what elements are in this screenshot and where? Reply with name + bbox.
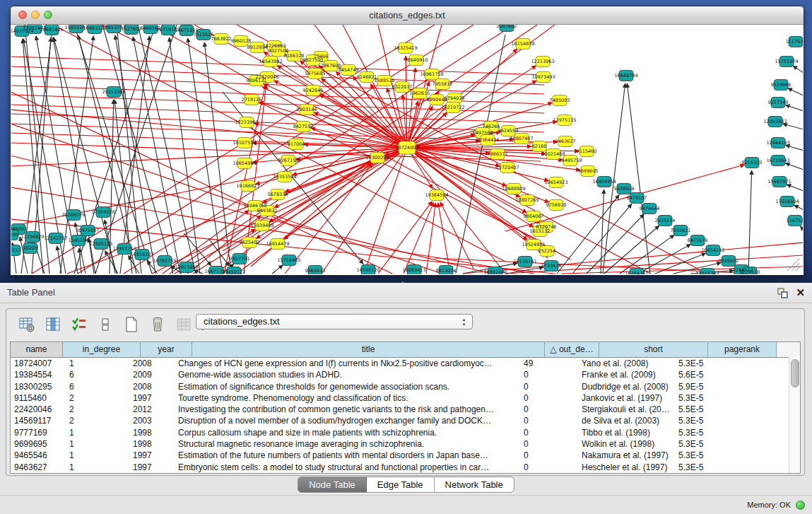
column-checklist-icon[interactable] [70,315,88,334]
table-mode-icon[interactable] [18,315,36,334]
table-cell: 1 [59,358,127,369]
column-header-name[interactable]: name [11,342,63,357]
network-node-label: 2935114 [655,218,676,223]
network-edge [426,203,436,274]
table-cell: 0 [521,392,572,404]
close-panel-icon[interactable]: ✕ [796,286,805,299]
tab-node-table[interactable]: Node Table [298,477,367,492]
table-row[interactable]: 977716911998Corpus callosum shape and si… [11,427,800,438]
network-edge [620,235,674,274]
panel-resize-grip-icon[interactable]: ⌃ [400,281,406,288]
table-row[interactable]: 946554611997Estimation of the future num… [11,450,800,461]
network-edge [785,163,803,170]
column-header-short[interactable]: short [599,342,708,357]
network-node-label: 18724007 [395,145,418,151]
column-header-title[interactable]: title [192,342,545,357]
column-header-pagerank[interactable]: pagerank [708,342,777,357]
network-node-label: 917004 [288,141,305,147]
tab-edge-table[interactable]: Edge Table [367,477,435,492]
table-cell: 2012 [127,404,173,415]
column-header-out_de[interactable]: △ out_de… [545,342,599,357]
network-node-label: 9827503 [303,57,324,63]
network-edge [404,202,434,274]
table-cell: 5.5E-5 [672,404,734,415]
column-header-year[interactable]: year [141,342,192,357]
table-cell: Jankovic et al. (1997) [572,392,672,404]
table-cell: 2 [59,415,127,426]
table-cell: 1 [59,427,127,438]
network-node-label: 10688809 [502,186,525,192]
table-row[interactable]: 2242004622012Investigating the contribut… [11,404,800,415]
table-row[interactable]: 1938455462009Genome-wide association stu… [11,369,800,380]
network-node-label: 20364436 [476,137,499,143]
new-column-icon[interactable] [122,315,141,334]
table-cell: Tourette syndrome. Phenomenology and cla… [173,392,521,404]
network-node-label: 12213963 [531,59,554,64]
network-node-label: 19495758 [558,158,582,163]
row-icon[interactable] [96,315,114,334]
network-node-label: 15716485 [277,257,300,263]
table-cell: 6 [59,381,127,392]
memory-status-indicator[interactable] [796,501,805,510]
network-node-label: 8454749 [339,67,359,73]
table-scrollbar[interactable] [789,357,800,473]
table-selector-dropdown[interactable]: citations_edges.txt ▲▼ [196,314,473,329]
table-cell: 0 [521,381,572,392]
table-cell: 2 [59,392,127,404]
table-cell: 2008 [127,358,173,369]
network-window-titlebar[interactable]: citations_edges.txt [11,6,804,25]
network-node-label: 6497568 [473,130,493,136]
table-toolbar: f(x) [18,313,219,337]
network-edge [627,83,650,274]
table-cell: 5.6E-5 [672,369,734,380]
network-node-label: 16135141 [513,259,536,264]
table-cell: Corpus callosum shape and size in male p… [173,427,521,438]
import-table-icon[interactable] [175,315,193,334]
table-header-row: namein_degreeyeartitle△ out_de…shortpage… [11,342,800,358]
network-node-label: 16782759 [153,258,176,264]
table-selector-value: citations_edges.txt [204,315,280,329]
network-node-label: 6479197 [627,195,647,201]
network-window-title: citations_edges.txt [11,6,804,24]
network-edge [793,66,803,73]
delete-column-icon[interactable] [148,315,167,334]
network-node-label: 29153346 [102,89,125,95]
table-cell: Changes of HCN gene expression and I(f) … [173,358,521,369]
scrollbar-thumb[interactable] [791,359,799,387]
network-node-label: 985061 [11,226,27,232]
table-body: 1872400712008Changes of HCN gene express… [11,358,800,473]
network-node-label: 16958107 [130,252,153,257]
table-cell: Tibbo et al. (1998) [572,427,672,438]
tab-network-table[interactable]: Network Table [435,477,514,492]
network-node-label: 9245652 [719,258,739,264]
table-row[interactable]: 946362711997Embryonic stem cells: a mode… [11,462,800,473]
table-cell: 22420046 [11,404,59,415]
table-row[interactable]: 911546021997Tourette syndrome. Phenomeno… [11,392,800,404]
float-panel-icon[interactable] [777,288,788,298]
network-node-label: 10654985 [233,160,256,166]
network-node-label: 5938924 [614,186,635,192]
network-canvas[interactable]: 1403557412082473206914061583319716983128… [11,25,803,274]
network-edge [800,226,803,230]
network-node-label: 1145194 [69,238,89,243]
table-cell: 5.3E-5 [672,392,734,404]
network-edge [95,25,177,274]
network-edge [11,114,544,132]
table-cell: Embryonic stem cells: a model to study s… [173,462,521,473]
show-columns-icon[interactable] [44,315,62,334]
network-node-label: 9227349 [768,100,789,105]
network-node-label: 16210643 [766,158,789,163]
network-node-label: 10807487 [510,136,533,141]
network-node-label: 12923468 [175,264,198,270]
network-node-label: 9756928 [546,202,567,208]
table-row[interactable]: 969969511998Structural magnetic resonanc… [11,438,800,450]
network-node-label: 15692971 [767,179,791,185]
network-node-label: 9474444 [640,206,660,211]
network-node-label: 252254 [539,248,556,254]
table-row[interactable]: 1830029562008Estimation of significance … [11,381,800,392]
network-node-label: 8215353 [742,160,763,165]
table-row[interactable]: 1872400712008Changes of HCN gene express… [11,358,800,369]
table-row[interactable]: 1456911722003Disruption of a novel membe… [11,415,800,426]
network-node-label: 19384554 [425,192,448,198]
column-header-in_degree[interactable]: in_degree [63,342,141,357]
